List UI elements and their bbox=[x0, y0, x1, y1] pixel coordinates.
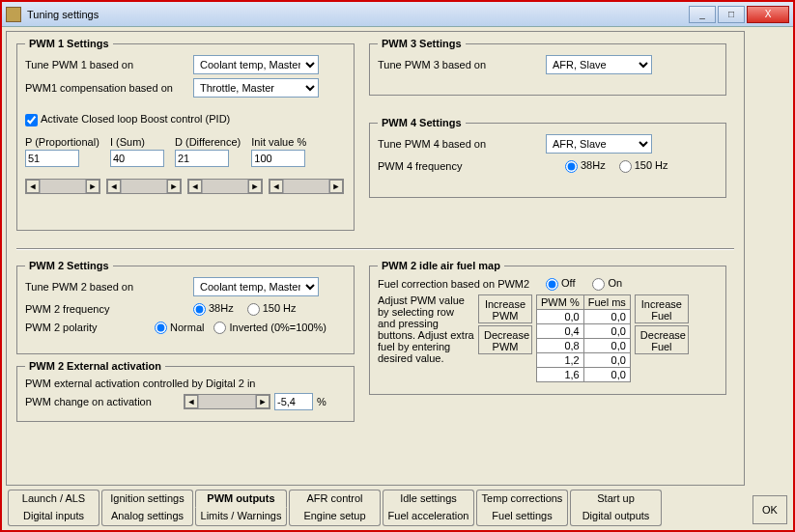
pwm4-freq-150-radio[interactable]: 150 Hz bbox=[619, 159, 668, 173]
tab-limits-warnings[interactable]: Limits / Warnings bbox=[195, 508, 287, 526]
tab-ignition-settings[interactable]: Ignition settings bbox=[101, 490, 193, 508]
pwm2-idle-on-radio[interactable]: On bbox=[592, 277, 622, 291]
pid-init-slider[interactable]: ◄► bbox=[269, 179, 344, 194]
idle-fuel-table[interactable]: PWM %Fuel ms 0,00,0 0,40,0 0,80,0 1,20,0… bbox=[536, 294, 631, 382]
pwm2-idle-off-radio[interactable]: Off bbox=[546, 277, 575, 291]
pid-init-input[interactable] bbox=[251, 150, 305, 167]
table-row: 0,40,0 bbox=[537, 323, 631, 338]
tab-temp-corrections[interactable]: Temp corrections bbox=[476, 490, 568, 508]
pwm2-ext-change-label: PWM change on activation bbox=[25, 396, 180, 407]
pwm2-freq-150-radio[interactable]: 150 Hz bbox=[247, 302, 297, 316]
pwm2-pol-normal-radio[interactable]: Normal bbox=[155, 322, 204, 335]
pwm4-freq-38-radio[interactable]: 38Hz bbox=[565, 159, 606, 173]
pid-i-label: I (Sum) bbox=[110, 136, 164, 148]
pid-i-input[interactable] bbox=[110, 150, 164, 167]
title-bar: Tuning settings _ □ X bbox=[2, 2, 793, 27]
pwm2-group: PWM 2 Settings Tune PWM 2 based on Coola… bbox=[16, 260, 355, 354]
pwm4-base-combo[interactable]: AFR, Slave bbox=[546, 134, 652, 154]
tab-analog-settings[interactable]: Analog settings bbox=[101, 508, 193, 526]
table-row: 1,60,0 bbox=[537, 367, 631, 381]
pwm2-pol-inverted-radio[interactable]: Inverted (0%=100%) bbox=[213, 322, 327, 335]
pwm2-idle-help: Adjust PWM value by selecting row and pr… bbox=[378, 294, 474, 364]
tab-idle-settings[interactable]: Idle settings bbox=[383, 490, 474, 508]
tab-start-up[interactable]: Start up bbox=[570, 490, 662, 508]
tab-launch-als[interactable]: Launch / ALS bbox=[8, 490, 99, 508]
pwm2-ext-group: PWM 2 External activation PWM external a… bbox=[16, 360, 355, 422]
content-panel: PWM 1 Settings Tune PWM 1 based on Coola… bbox=[6, 31, 745, 486]
pwm2-ext-legend: PWM 2 External activation bbox=[25, 360, 165, 372]
pwm2-ext-desc: PWM external activation controlled by Di… bbox=[25, 378, 255, 389]
pwm3-legend: PWM 3 Settings bbox=[378, 38, 466, 49]
app-icon bbox=[6, 7, 21, 22]
pwm1-group: PWM 1 Settings Tune PWM 1 based on Coola… bbox=[16, 38, 355, 231]
pwm2-ext-slider[interactable]: ◄► bbox=[184, 394, 270, 409]
maximize-button[interactable]: □ bbox=[718, 6, 745, 23]
pwm1-legend: PWM 1 Settings bbox=[25, 38, 113, 49]
pwm2-idle-legend: PWM 2 idle air fuel map bbox=[378, 260, 504, 271]
pid-p-slider[interactable]: ◄► bbox=[25, 179, 100, 194]
pwm2-pol-label: PWM 2 polarity bbox=[25, 322, 151, 333]
pid-d-input[interactable] bbox=[175, 150, 229, 167]
pwm3-base-label: Tune PWM 3 based on bbox=[378, 59, 542, 70]
window-title: Tuning settings bbox=[27, 9, 687, 20]
pid-d-label: D (Difference) bbox=[175, 136, 241, 148]
pwm2-legend: PWM 2 Settings bbox=[25, 260, 113, 271]
close-button[interactable]: X bbox=[747, 6, 789, 23]
pwm1-comp-label: PWM1 compensation based on bbox=[25, 82, 189, 94]
pwm2-ext-unit: % bbox=[317, 396, 327, 407]
pwm2-freq-label: PWM 2 frequency bbox=[25, 303, 189, 315]
tab-fuel-acceleration[interactable]: Fuel acceleration bbox=[383, 508, 474, 526]
table-row: 0,00,0 bbox=[537, 309, 631, 323]
pwm4-group: PWM 4 Settings Tune PWM 4 based on AFR, … bbox=[369, 117, 726, 198]
increase-pwm-button[interactable]: Increase PWM bbox=[478, 294, 532, 323]
pid-p-input[interactable] bbox=[25, 150, 79, 167]
tab-engine-setup[interactable]: Engine setup bbox=[289, 508, 381, 526]
table-row: 1,20,0 bbox=[537, 352, 631, 367]
pwm2-freq-38-radio[interactable]: 38Hz bbox=[193, 302, 234, 316]
pwm3-base-combo[interactable]: AFR, Slave bbox=[546, 55, 652, 74]
tab-strip: Launch / ALSIgnition settingsPWM outputs… bbox=[8, 490, 741, 526]
pwm4-base-label: Tune PWM 4 based on bbox=[378, 138, 542, 150]
pid-p-label: P (Proportional) bbox=[25, 136, 99, 148]
pwm1-base-combo[interactable]: Coolant temp, Master bbox=[193, 55, 319, 74]
pwm2-idle-group: PWM 2 idle air fuel map Fuel correction … bbox=[369, 260, 726, 395]
tab-afr-control[interactable]: AFR control bbox=[289, 490, 381, 508]
minimize-button[interactable]: _ bbox=[689, 6, 716, 23]
decrease-fuel-button[interactable]: Decrease Fuel bbox=[635, 325, 689, 354]
activate-pid-checkbox[interactable]: Activate Closed loop Boost control (PID) bbox=[25, 113, 230, 126]
tab-digital-inputs[interactable]: Digital inputs bbox=[8, 508, 99, 526]
pwm4-legend: PWM 4 Settings bbox=[378, 117, 466, 128]
pwm2-idle-corr-label: Fuel correction based on PWM2 bbox=[378, 278, 542, 290]
tab-pwm-outputs[interactable]: PWM outputs bbox=[195, 490, 287, 508]
pwm2-base-combo[interactable]: Coolant temp, Master bbox=[193, 277, 319, 296]
decrease-pwm-button[interactable]: Decrease PWM bbox=[478, 325, 532, 354]
pwm4-freq-label: PWM 4 frequency bbox=[378, 160, 561, 172]
pwm3-group: PWM 3 Settings Tune PWM 3 based on AFR, … bbox=[369, 38, 726, 96]
tab-digital-outputs[interactable]: Digital outputs bbox=[570, 508, 662, 526]
pwm2-ext-value[interactable] bbox=[274, 393, 313, 410]
pid-d-slider[interactable]: ◄► bbox=[187, 179, 263, 194]
tab-fuel-settings[interactable]: Fuel settings bbox=[476, 508, 568, 526]
pwm1-base-label: Tune PWM 1 based on bbox=[25, 59, 189, 70]
pwm1-comp-combo[interactable]: Throttle, Master bbox=[193, 78, 319, 98]
increase-fuel-button[interactable]: Increase Fuel bbox=[635, 294, 689, 323]
table-row: 0,80,0 bbox=[537, 338, 631, 352]
horizontal-divider bbox=[16, 248, 734, 250]
pid-init-label: Init value % bbox=[251, 136, 306, 148]
pid-i-slider[interactable]: ◄► bbox=[106, 179, 182, 194]
pwm2-base-label: Tune PWM 2 based on bbox=[25, 281, 189, 293]
ok-button[interactable]: OK bbox=[752, 495, 787, 524]
